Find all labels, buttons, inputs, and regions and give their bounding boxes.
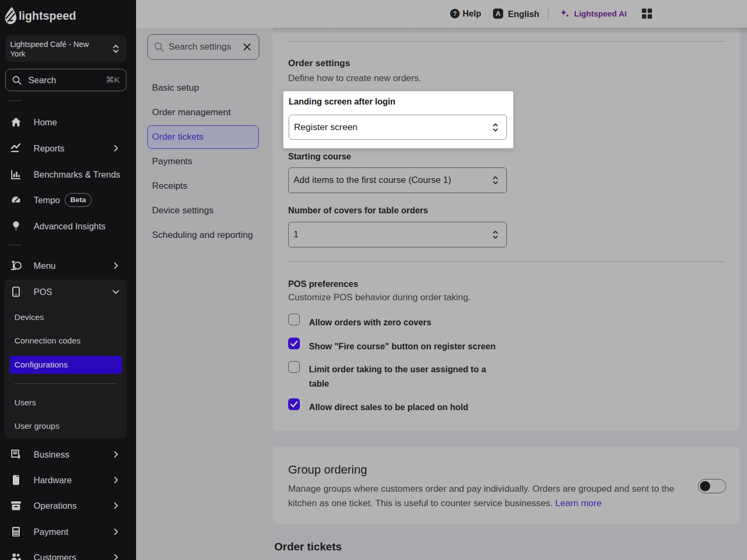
svg-text:?: ? bbox=[453, 10, 457, 18]
